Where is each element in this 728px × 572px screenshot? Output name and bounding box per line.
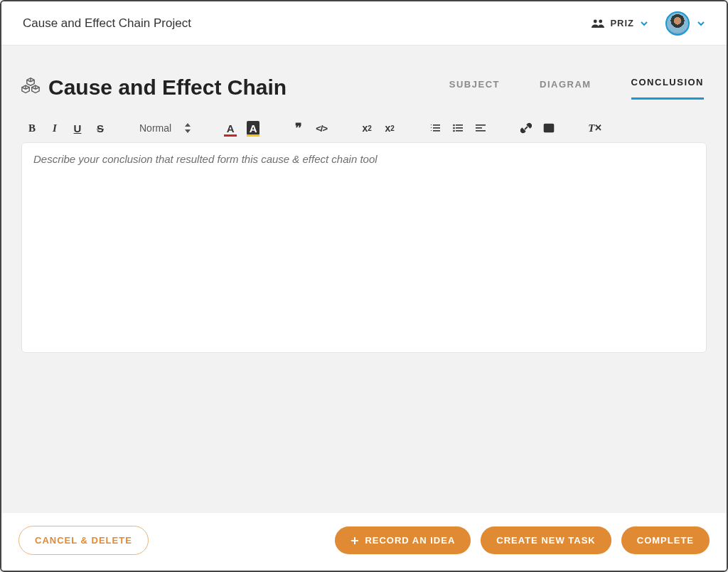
code-icon[interactable]: </> xyxy=(315,121,328,135)
tab-conclusion[interactable]: CONCLUSION xyxy=(631,77,704,100)
create-task-button[interactable]: CREATE NEW TASK xyxy=(481,526,611,554)
editor-placeholder: Describe your conclusion that resulted f… xyxy=(33,153,695,165)
record-idea-button[interactable]: RECORD AN IDEA xyxy=(335,526,471,554)
bold-icon[interactable]: B xyxy=(26,121,38,135)
sort-icon xyxy=(184,123,191,133)
strike-icon[interactable]: S xyxy=(94,121,107,135)
svg-point-0 xyxy=(594,19,597,23)
record-idea-label: RECORD AN IDEA xyxy=(365,535,455,546)
rich-text-editor: B I U S Normal A A ❞ </> x2 xyxy=(21,120,707,353)
format-label: Normal xyxy=(139,122,171,134)
tab-bar: SUBJECT DIAGRAM CONCLUSION xyxy=(449,60,704,100)
footer-actions: CANCEL & DELETE RECORD AN IDEA CREATE NE… xyxy=(1,513,727,571)
tab-subject[interactable]: SUBJECT xyxy=(449,79,500,100)
link-icon[interactable] xyxy=(520,121,532,135)
workspace-label: PRIZ xyxy=(610,18,634,28)
svg-rect-8 xyxy=(456,125,463,126)
plus-icon xyxy=(350,536,359,545)
user-menu[interactable] xyxy=(665,11,705,36)
image-icon[interactable] xyxy=(542,121,555,135)
ordered-list-icon[interactable] xyxy=(429,121,441,135)
svg-rect-11 xyxy=(476,125,486,126)
svg-rect-2 xyxy=(433,125,440,126)
svg-point-15 xyxy=(546,126,547,127)
svg-point-6 xyxy=(453,127,455,129)
tab-diagram[interactable]: DIAGRAM xyxy=(540,79,592,100)
quote-icon[interactable]: ❞ xyxy=(292,121,305,135)
superscript-icon[interactable]: x2 xyxy=(383,121,396,135)
editor-textarea[interactable]: Describe your conclusion that resulted f… xyxy=(21,142,707,353)
cubes-icon xyxy=(21,77,40,95)
workspace-selector[interactable]: PRIZ xyxy=(592,18,648,28)
unordered-list-icon[interactable] xyxy=(451,121,464,135)
svg-point-1 xyxy=(599,19,603,23)
editor-toolbar: B I U S Normal A A ❞ </> x2 xyxy=(21,120,707,142)
svg-rect-13 xyxy=(476,130,486,132)
complete-button[interactable]: COMPLETE xyxy=(621,526,710,554)
svg-rect-10 xyxy=(456,130,463,132)
svg-rect-3 xyxy=(433,127,440,129)
svg-point-5 xyxy=(453,125,455,127)
users-icon xyxy=(592,18,604,28)
chevron-down-icon xyxy=(697,19,705,28)
svg-rect-4 xyxy=(433,130,440,132)
chevron-down-icon xyxy=(640,19,648,28)
svg-rect-9 xyxy=(456,127,463,129)
subscript-icon[interactable]: x2 xyxy=(360,121,373,135)
clear-format-icon[interactable]: T✕ xyxy=(588,121,602,135)
svg-point-7 xyxy=(453,130,455,132)
project-title: Cause and Effect Chain Project xyxy=(23,16,592,31)
underline-icon[interactable]: U xyxy=(71,121,84,135)
text-color-icon[interactable]: A xyxy=(224,121,237,135)
format-select[interactable]: Normal xyxy=(139,122,191,134)
app-header: Cause and Effect Chain Project PRIZ xyxy=(1,1,727,46)
align-icon[interactable] xyxy=(474,121,487,135)
avatar xyxy=(665,11,690,36)
italic-icon[interactable]: I xyxy=(48,121,61,135)
cancel-delete-button[interactable]: CANCEL & DELETE xyxy=(18,526,149,555)
svg-rect-12 xyxy=(476,127,482,129)
page-title: Cause and Effect Chain xyxy=(48,75,441,100)
background-color-icon[interactable]: A xyxy=(247,121,259,135)
page-title-row: Cause and Effect Chain SUBJECT DIAGRAM C… xyxy=(21,60,707,100)
main-content: Cause and Effect Chain SUBJECT DIAGRAM C… xyxy=(1,46,727,353)
